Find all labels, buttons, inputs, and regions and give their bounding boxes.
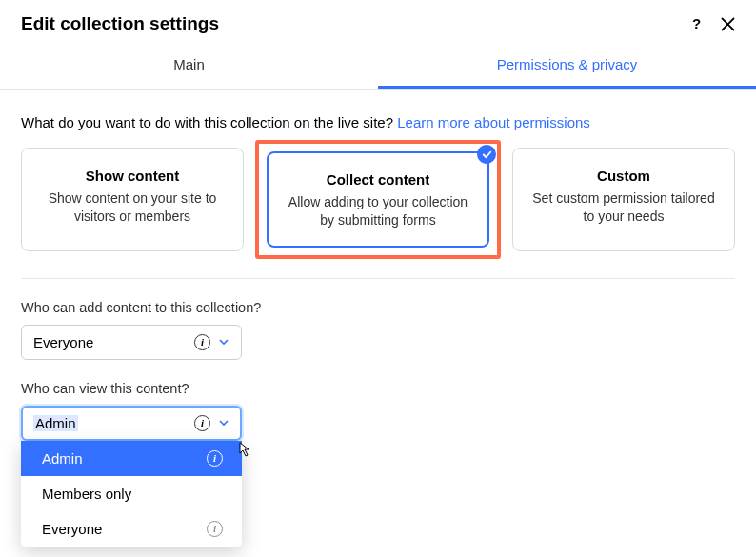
option-label: Everyone xyxy=(42,521,102,537)
add-content-label: Who can add content to this collection? xyxy=(21,300,735,315)
view-content-label: Who can view this content? xyxy=(21,381,735,396)
chevron-down-icon xyxy=(218,415,229,431)
close-icon[interactable] xyxy=(721,17,735,31)
svg-text:?: ? xyxy=(692,16,701,31)
intro-question: What do you want to do with this collect… xyxy=(21,114,397,130)
tab-main[interactable]: Main xyxy=(0,44,378,89)
dropdown-item-admin[interactable]: Admin i xyxy=(21,441,242,476)
intro-text: What do you want to do with this collect… xyxy=(21,114,735,130)
card-title: Show content xyxy=(35,168,229,184)
chevron-down-icon xyxy=(218,334,229,350)
card-desc: Show content on your site to visitors or… xyxy=(35,189,229,226)
option-label: Members only xyxy=(42,486,131,502)
card-title: Collect content xyxy=(281,171,475,188)
tabs: Main Permissions & privacy xyxy=(0,44,756,90)
info-icon[interactable]: i xyxy=(194,415,210,431)
info-icon[interactable]: i xyxy=(194,334,210,350)
card-desc: Allow adding to your collection by submi… xyxy=(281,193,475,229)
view-content-dropdown: Admin i Members only Everyone i xyxy=(21,441,242,547)
help-icon[interactable]: ? xyxy=(688,16,704,31)
learn-more-link[interactable]: Learn more about permissions xyxy=(397,114,590,130)
dropdown-item-members-only[interactable]: Members only xyxy=(21,476,242,511)
card-title: Custom xyxy=(527,168,721,184)
select-value: Admin xyxy=(33,415,78,431)
card-desc: Set custom permission tailored to your n… xyxy=(527,189,721,226)
tab-permissions[interactable]: Permissions & privacy xyxy=(378,44,756,89)
card-collect-content[interactable]: Collect content Allow adding to your col… xyxy=(267,151,489,248)
divider xyxy=(21,278,735,279)
select-value: Everyone xyxy=(33,334,93,350)
option-label: Admin xyxy=(42,450,83,467)
dialog-title: Edit collection settings xyxy=(21,13,219,34)
card-custom[interactable]: Custom Set custom permission tailored to… xyxy=(512,148,735,251)
info-icon[interactable]: i xyxy=(207,521,223,537)
view-content-select[interactable]: Admin i xyxy=(21,406,242,441)
add-content-select[interactable]: Everyone i xyxy=(21,325,242,360)
card-show-content[interactable]: Show content Show content on your site t… xyxy=(21,148,244,251)
dropdown-item-everyone[interactable]: Everyone i xyxy=(21,511,242,547)
info-icon[interactable]: i xyxy=(207,450,223,467)
selected-check-icon xyxy=(477,145,496,164)
